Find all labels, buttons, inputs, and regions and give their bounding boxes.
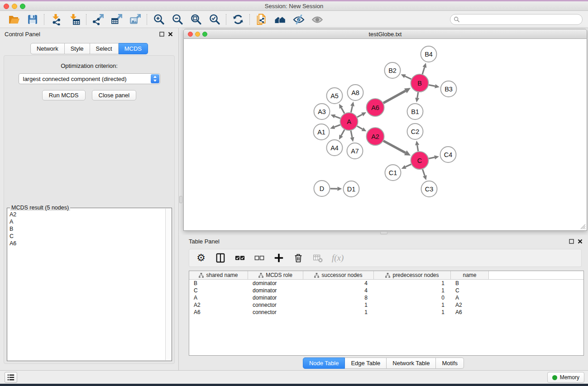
save-session-button[interactable] (23, 12, 42, 27)
table-tab-network-table[interactable]: Network Table (387, 357, 436, 369)
import-network-button[interactable] (47, 12, 65, 27)
graph-edge-B-B1[interactable] (415, 92, 419, 103)
table-settings-button[interactable]: ⚙ (196, 252, 206, 264)
graph-node-D1[interactable]: D1 (344, 181, 359, 197)
graph-node-A7[interactable]: A7 (347, 143, 363, 159)
column-header-shared-name[interactable]: shared name (189, 271, 248, 280)
export-image-button[interactable] (126, 12, 144, 27)
mcds-result-item[interactable]: B (9, 225, 164, 233)
run-mcds-button[interactable]: Run MCDS (42, 90, 86, 100)
graph-edge-B-B2[interactable] (401, 74, 411, 79)
table-tab-motifs[interactable]: Motifs (436, 357, 464, 369)
window-resize-grip[interactable] (580, 224, 586, 229)
column-header-successor-nodes[interactable]: successor nodes (303, 271, 374, 280)
close-table-panel-icon[interactable] (578, 239, 583, 244)
close-panel-icon[interactable] (168, 32, 173, 37)
graph-edge-C-C4[interactable] (429, 155, 439, 159)
graph-node-D[interactable]: D (314, 181, 330, 196)
result-list-scrollbar[interactable] (165, 209, 171, 360)
graph-edge-B-B4[interactable] (422, 63, 426, 74)
graph-edge-C-C3[interactable] (422, 169, 426, 180)
graph-edge-D-D1[interactable] (330, 186, 342, 191)
tab-network[interactable]: Network (30, 43, 65, 54)
network-canvas[interactable]: B4B2BB3A8A5A6A3B1AA1C2A2A4A7C4CC1C3DD1 (183, 39, 587, 231)
graph-edge-A6-B[interactable] (383, 88, 411, 103)
export-table-button[interactable] (107, 12, 126, 27)
graph-node-A4[interactable]: A4 (327, 140, 343, 156)
graph-edge-C-C2[interactable] (415, 141, 419, 151)
tab-mcds[interactable]: MCDS (119, 43, 148, 54)
search-input[interactable] (450, 14, 583, 25)
graph-node-A1[interactable]: A1 (314, 124, 330, 140)
table-row[interactable]: A2connector11A2 (189, 301, 583, 309)
table-row[interactable]: Adominator80A (189, 294, 583, 301)
tab-style[interactable]: Style (65, 43, 90, 54)
graph-edge-A-A2[interactable] (357, 126, 367, 132)
graph-node-A8[interactable]: A8 (348, 85, 363, 100)
memory-button[interactable]: Memory (547, 372, 584, 383)
table-row[interactable]: Bdominator41B (189, 280, 583, 287)
network-minimize-traffic-light[interactable] (195, 32, 200, 37)
graph-node-B4[interactable]: B4 (421, 46, 437, 62)
clear-selection-button[interactable] (254, 252, 265, 264)
add-row-button[interactable] (273, 252, 284, 264)
float-table-panel-icon[interactable] (569, 239, 574, 244)
graph-edge-A-A1[interactable] (330, 125, 340, 129)
graph-node-B3[interactable]: B3 (441, 81, 457, 97)
network-close-traffic-light[interactable] (188, 32, 193, 37)
zoom-selected-button[interactable] (205, 12, 224, 27)
column-header-name[interactable]: name (451, 271, 489, 280)
graph-edge-A2-C[interactable] (383, 141, 411, 156)
float-panel-icon[interactable] (159, 32, 164, 37)
mcds-result-item[interactable]: C (9, 233, 164, 240)
open-session-button[interactable] (5, 12, 23, 27)
graph-node-A5[interactable]: A5 (327, 88, 343, 104)
graph-edge-C-C1[interactable] (402, 164, 411, 169)
optimization-criterion-dropdown[interactable]: largest connected component (directed) (19, 73, 160, 84)
graph-edge-A-A4[interactable] (339, 129, 344, 139)
show-columns-button[interactable] (215, 252, 226, 264)
column-header-predecessor-nodes[interactable]: predecessor nodes (374, 271, 451, 280)
table-tab-edge-table[interactable]: Edge Table (345, 357, 387, 369)
graph-node-C2[interactable]: C2 (407, 124, 423, 139)
show-task-history-button[interactable] (5, 372, 17, 383)
network-window-titlebar[interactable]: testGlobe.txt (183, 29, 587, 39)
zoom-in-button[interactable] (149, 12, 168, 27)
graph-node-A3[interactable]: A3 (314, 104, 330, 119)
mcds-result-item[interactable]: A2 (9, 211, 164, 218)
refresh-button[interactable] (229, 12, 247, 27)
graph-node-A6[interactable]: A6 (367, 99, 384, 116)
table-row[interactable]: Cdominator41C (189, 287, 583, 294)
table-tab-node-table[interactable]: Node Table (303, 357, 345, 369)
tab-select[interactable]: Select (90, 43, 119, 54)
graph-node-C1[interactable]: C1 (385, 165, 401, 181)
table-row[interactable]: A6connector11A6 (189, 309, 583, 316)
network-zoom-traffic-light[interactable] (202, 32, 207, 37)
home-neighbors-button[interactable] (271, 12, 289, 27)
delete-row-button[interactable] (293, 252, 304, 264)
horizontal-splitter-grip[interactable] (380, 231, 387, 234)
close-panel-button[interactable]: Close panel (92, 90, 137, 100)
delete-table-button[interactable] (312, 252, 323, 264)
graph-edge-A-A8[interactable] (350, 102, 354, 113)
graph-edge-A-A3[interactable] (330, 114, 340, 119)
graph-edge-A-A5[interactable] (339, 104, 344, 113)
graph-node-C4[interactable]: C4 (440, 147, 456, 162)
import-table-button[interactable] (65, 12, 84, 27)
duplicate-network-button[interactable] (252, 12, 271, 27)
zoom-fit-button[interactable] (186, 12, 205, 27)
graph-node-C3[interactable]: C3 (421, 181, 437, 197)
graph-node-B1[interactable]: B1 (407, 104, 423, 119)
graph-node-A2[interactable]: A2 (367, 128, 384, 145)
network-graph[interactable]: B4B2BB3A8A5A6A3B1AA1C2A2A4A7C4CC1C3DD1 (184, 39, 587, 230)
function-builder-button[interactable]: f(x) (332, 252, 344, 264)
mcds-result-item[interactable]: A6 (9, 240, 164, 247)
graph-edge-A-A7[interactable] (350, 131, 354, 142)
select-all-button[interactable] (234, 252, 245, 264)
graph-edge-A-A6[interactable] (357, 112, 366, 117)
hide-selected-button[interactable] (289, 12, 308, 27)
graph-node-B2[interactable]: B2 (385, 62, 401, 78)
show-all-button[interactable] (308, 12, 326, 27)
column-header-mcds-role[interactable]: MCDS role (248, 271, 303, 280)
graph-node-C[interactable]: C (411, 152, 429, 169)
